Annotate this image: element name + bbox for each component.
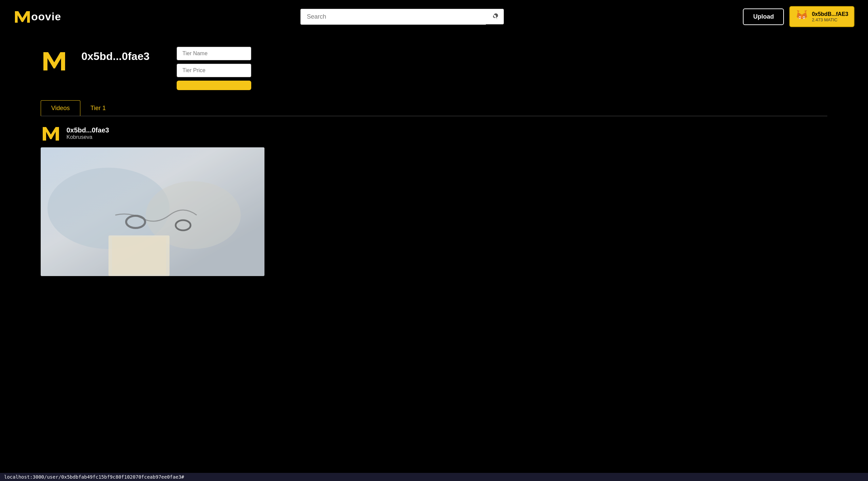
svg-point-10 bbox=[804, 17, 805, 18]
tier-name-input[interactable] bbox=[177, 47, 251, 60]
wallet-balance: 2.473 MATIC bbox=[812, 17, 848, 22]
svg-marker-13 bbox=[43, 52, 65, 70]
search-icon bbox=[491, 13, 498, 20]
video-author-info: 0x5bd...0fae3 Kobruseva bbox=[66, 126, 109, 140]
metamask-icon bbox=[795, 10, 808, 23]
video-author-row: 0x5bd...0fae3 Kobruseva bbox=[41, 123, 827, 143]
search-area bbox=[300, 9, 504, 25]
svg-marker-0 bbox=[15, 11, 30, 23]
tabs-section: Videos Tier 1 bbox=[0, 97, 868, 116]
search-button[interactable] bbox=[486, 9, 504, 24]
tier-price-input[interactable] bbox=[177, 64, 251, 77]
video-thumbnail-image bbox=[41, 147, 264, 276]
video-thumbnail[interactable] bbox=[41, 147, 264, 276]
moovie-logo-icon bbox=[14, 8, 31, 25]
search-input[interactable] bbox=[300, 9, 486, 25]
tab-videos[interactable]: Videos bbox=[41, 100, 80, 116]
profile-avatar-icon bbox=[41, 47, 68, 74]
tabs-row: Videos Tier 1 bbox=[41, 100, 827, 116]
tier-form bbox=[177, 47, 251, 90]
wallet-button[interactable]: 0x5bdB...fAE3 2.473 MATIC bbox=[789, 6, 854, 27]
upload-button[interactable]: Upload bbox=[743, 8, 784, 25]
svg-rect-22 bbox=[41, 147, 264, 276]
profile-name: 0x5bd...0fae3 bbox=[81, 50, 150, 63]
profile-section: 0x5bd...0fae3 bbox=[0, 33, 868, 97]
video-author-avatar-icon bbox=[41, 123, 61, 143]
video-author-name: Kobruseva bbox=[66, 134, 109, 140]
svg-point-9 bbox=[800, 17, 801, 18]
logo-area: oovie bbox=[14, 8, 61, 25]
statusbar-url: localhost:3000/user/0x5bdbfab49fc15bf9c8… bbox=[4, 474, 184, 480]
header: oovie Upload bbox=[0, 0, 868, 33]
tier-submit-button[interactable] bbox=[177, 81, 251, 90]
video-author-address: 0x5bd...0fae3 bbox=[66, 126, 109, 134]
wallet-address: 0x5bdB...fAE3 bbox=[812, 11, 848, 17]
header-right: Upload 0x5bdB...fAE3 2.47 bbox=[743, 6, 854, 27]
tab-tier1[interactable]: Tier 1 bbox=[80, 101, 116, 116]
wallet-info: 0x5bdB...fAE3 2.473 MATIC bbox=[812, 11, 848, 22]
statusbar: localhost:3000/user/0x5bdbfab49fc15bf9c8… bbox=[0, 473, 868, 481]
video-section: 0x5bd...0fae3 Kobruseva bbox=[0, 116, 868, 283]
svg-marker-14 bbox=[43, 127, 59, 141]
logo-text: oovie bbox=[31, 11, 61, 23]
